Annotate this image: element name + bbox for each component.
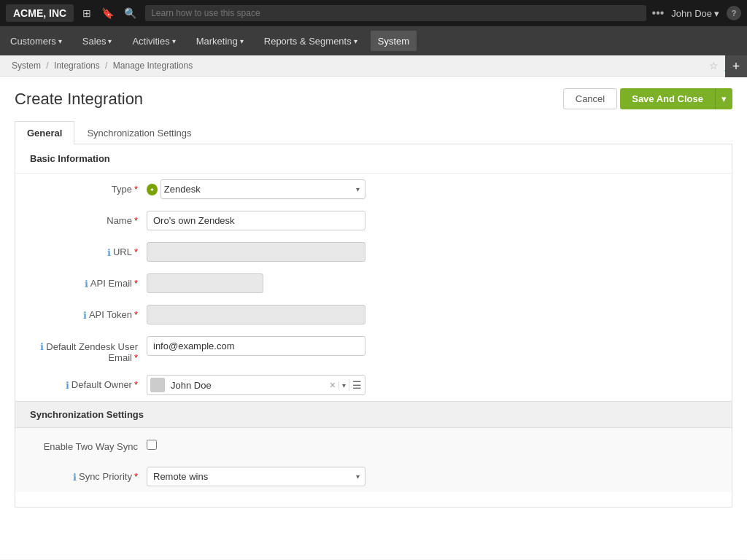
save-dropdown-button[interactable]: ▾ — [715, 88, 732, 109]
owner-menu-button[interactable]: ☰ — [349, 379, 365, 391]
api-email-input[interactable] — [147, 273, 263, 293]
api-token-control — [147, 305, 365, 324]
sync-priority-row: ℹ Sync Priority * Remote wins Local wins… — [15, 461, 732, 492]
scrollable-form[interactable]: Basic Information Type * Zendesk ▾ — [15, 144, 732, 492]
url-label: ℹ URL * — [30, 242, 147, 258]
nav-item-reports[interactable]: Reports & Segments ▾ — [254, 26, 368, 55]
sync-settings-section-title: Synchronization Settings — [15, 402, 732, 428]
save-and-close-button[interactable]: Save And Close — [620, 88, 715, 109]
search-input[interactable] — [145, 5, 646, 21]
sync-settings-section: Synchronization Settings Enable Two Way … — [15, 401, 732, 492]
enable-two-way-checkbox[interactable] — [147, 440, 157, 450]
more-icon[interactable]: ••• — [652, 7, 665, 20]
breadcrumb-system[interactable]: System — [12, 61, 41, 71]
default-zendesk-email-input[interactable] — [147, 336, 365, 356]
api-email-required: * — [134, 278, 138, 289]
url-control — [147, 242, 365, 262]
breadcrumb: System / Integrations / Manage Integrati… — [12, 61, 193, 71]
default-owner-required: * — [134, 379, 138, 390]
owner-dropdown-button[interactable]: ▾ — [338, 381, 349, 389]
enable-two-way-sync-row: Enable Two Way Sync — [15, 428, 732, 461]
default-owner-label: ℹ Default Owner * — [30, 375, 147, 391]
api-email-info-icon[interactable]: ℹ — [85, 279, 88, 289]
nav-item-marketing[interactable]: Marketing ▾ — [186, 26, 254, 55]
topbar-icons: ⊞ 🔖 🔍 — [80, 6, 139, 20]
search-icon[interactable]: 🔍 — [121, 6, 139, 20]
sync-priority-select[interactable]: Remote wins Local wins — [147, 467, 365, 486]
tabs: General Synchronization Settings — [15, 121, 732, 144]
breadcrumb-integrations[interactable]: Integrations — [54, 61, 100, 71]
api-token-required: * — [134, 309, 138, 320]
basic-info-section-title: Basic Information — [15, 144, 732, 174]
default-zendesk-email-label: ℹ Default Zendesk User Email * — [30, 336, 147, 363]
owner-avatar — [150, 378, 165, 392]
default-zendesk-email-info-icon[interactable]: ℹ — [40, 341, 44, 352]
default-owner-field[interactable]: John Doe × ▾ ☰ — [147, 375, 365, 395]
name-required: * — [134, 215, 138, 226]
url-info-icon[interactable]: ℹ — [107, 247, 111, 258]
sync-priority-select-wrap: Remote wins Local wins ▾ — [147, 467, 365, 486]
sync-priority-info-icon[interactable]: ℹ — [73, 472, 77, 483]
nav-item-system[interactable]: System — [371, 31, 417, 51]
nav-sales-arrow: ▾ — [108, 37, 112, 45]
default-zendesk-email-field-row: ℹ Default Zendesk User Email * — [15, 330, 732, 369]
user-menu[interactable]: John Doe ▾ — [671, 8, 719, 19]
page-title: Create Integration — [15, 90, 143, 109]
tab-synchronization-settings[interactable]: Synchronization Settings — [74, 121, 204, 144]
default-owner-info-icon[interactable]: ℹ — [66, 380, 69, 391]
star-icon[interactable]: ☆ — [709, 60, 719, 71]
bookmark-icon[interactable]: 🔖 — [98, 6, 117, 20]
cancel-button[interactable]: Cancel — [563, 88, 617, 109]
navbar: Customers ▾ Sales ▾ Activities ▾ Marketi… — [0, 26, 747, 55]
sync-priority-required: * — [134, 471, 138, 482]
url-input[interactable] — [147, 242, 365, 262]
nav-system-label: System — [378, 36, 409, 47]
sync-priority-label: ℹ Sync Priority * — [30, 467, 147, 483]
default-owner-field-row: ℹ Default Owner * John Doe × ▾ ☰ — [15, 369, 732, 401]
tab-general[interactable]: General — [15, 121, 74, 144]
nav-marketing-arrow: ▾ — [240, 37, 244, 45]
save-button-group: Save And Close ▾ — [620, 88, 732, 109]
nav-item-sales[interactable]: Sales ▾ — [72, 26, 123, 55]
api-token-info-icon[interactable]: ℹ — [83, 310, 87, 321]
topbar: ACME, INC ⊞ 🔖 🔍 ••• John Doe ▾ ? — [0, 0, 747, 26]
zendesk-icon — [147, 184, 158, 195]
nav-reports-label: Reports & Segments — [264, 36, 352, 47]
type-control: Zendesk ▾ — [147, 179, 365, 199]
nav-item-customers[interactable]: Customers ▾ — [0, 26, 72, 55]
sync-priority-control: Remote wins Local wins ▾ — [147, 467, 365, 486]
breadcrumb-sep-1: / — [46, 61, 48, 71]
nav-reports-arrow: ▾ — [354, 37, 357, 45]
type-select-wrap: Zendesk ▾ — [147, 179, 365, 199]
topbar-right: ••• John Doe ▾ ? — [652, 6, 741, 20]
app-logo: ACME, INC — [6, 4, 74, 22]
api-token-field-row: ℹ API Token * — [15, 299, 732, 330]
type-select[interactable]: Zendesk — [160, 179, 365, 199]
form-area: Basic Information Type * Zendesk ▾ — [15, 144, 732, 508]
breadcrumb-sep-2: / — [105, 61, 107, 71]
name-input[interactable] — [147, 211, 365, 230]
type-field-row: Type * Zendesk ▾ — [15, 174, 732, 205]
owner-name: John Doe — [168, 377, 327, 394]
nav-customers-label: Customers — [10, 36, 56, 47]
url-field-row: ℹ URL * — [15, 236, 732, 268]
nav-marketing-label: Marketing — [196, 36, 238, 47]
enable-two-way-label: Enable Two Way Sync — [30, 437, 147, 452]
default-zendesk-email-required: * — [134, 352, 138, 363]
api-token-input[interactable] — [147, 305, 365, 324]
nav-activities-arrow: ▾ — [172, 37, 176, 45]
nav-activities-label: Activities — [132, 36, 169, 47]
enable-two-way-control — [147, 437, 365, 452]
grid-icon[interactable]: ⊞ — [80, 6, 94, 20]
add-button[interactable]: + — [725, 55, 747, 77]
nav-customers-arrow: ▾ — [58, 37, 62, 45]
owner-clear-button[interactable]: × — [327, 379, 338, 391]
url-required: * — [134, 246, 138, 257]
help-button[interactable]: ? — [727, 6, 741, 20]
type-required: * — [134, 184, 138, 195]
nav-item-activities[interactable]: Activities ▾ — [122, 26, 185, 55]
api-email-control — [147, 273, 365, 293]
default-zendesk-email-control — [147, 336, 365, 356]
header-actions: Cancel Save And Close ▾ — [563, 88, 732, 109]
user-dropdown-arrow: ▾ — [714, 8, 719, 19]
